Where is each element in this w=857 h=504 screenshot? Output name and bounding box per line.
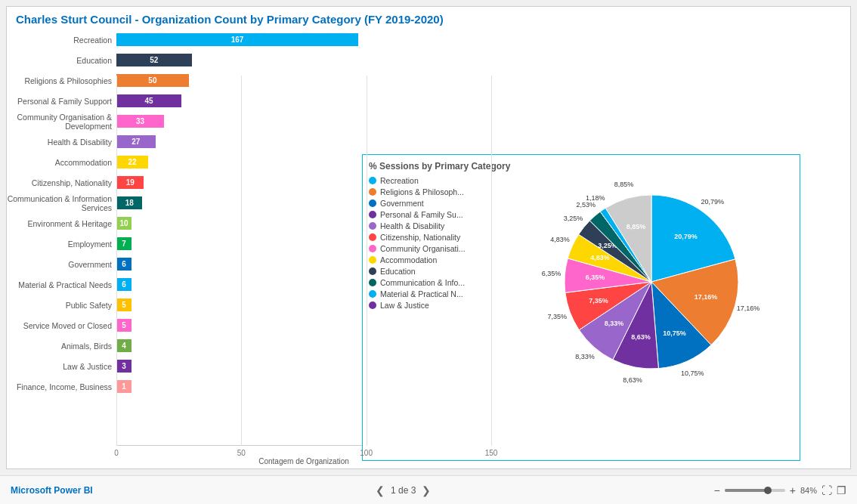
prev-page-button[interactable]: ❮ [376, 484, 385, 496]
bar-value-label: 7 [119, 240, 129, 248]
pie-legend-item[interactable]: Health & Disability [369, 221, 509, 230]
pie-svg: 20,79%17,16%10,75%8,63%8,33%7,35%6,35%4,… [534, 176, 769, 388]
bar-value-label: 18 [122, 199, 137, 207]
pie-legend-item[interactable]: Citizenship, Nationality [369, 233, 509, 242]
bar-fill[interactable]: 50 [116, 74, 189, 87]
bar-fill[interactable]: 6 [116, 278, 131, 291]
pie-legend-label: Religions & Philosoph... [380, 187, 464, 196]
pie-legend-item[interactable]: Communication & Info... [369, 278, 509, 287]
pie-legend-item[interactable]: Community Organisati... [369, 244, 509, 253]
bar-value-label: 19 [123, 178, 138, 187]
pie-legend-item[interactable]: Government [369, 199, 509, 208]
bar-label: Education [7, 56, 116, 65]
x-tick-label: 100 [360, 449, 373, 457]
bar-row: Citizenship, Nationality19 [7, 172, 362, 193]
bar-value-label: 10 [116, 219, 131, 227]
bar-fill[interactable]: 6 [116, 258, 131, 271]
pie-outer-label: 20,79% [701, 198, 724, 206]
pie-slice-label: 6,35% [585, 274, 605, 281]
bar-value-label: 4 [119, 342, 129, 350]
bar-fill[interactable]: 33 [116, 115, 164, 128]
zoom-percent: 84% [800, 486, 817, 495]
pie-legend-item[interactable]: Accommodation [369, 255, 509, 264]
bar-label: Animals, Birds [7, 342, 116, 351]
bar-fill[interactable]: 5 [116, 319, 131, 332]
main-chart-panel: Charles Sturt Council - Organization Cou… [6, 6, 851, 469]
brand-label[interactable]: Microsoft Power BI [11, 485, 93, 496]
zoom-out-button[interactable]: − [714, 484, 720, 496]
bar-row: Communication & Information Services18 [7, 193, 362, 213]
pie-legend-label: Health & Disability [380, 221, 444, 230]
fullscreen-icon[interactable]: ❐ [837, 484, 846, 496]
pie-legend-label: Personal & Family Su... [380, 210, 463, 219]
bar-value-label: 27 [128, 138, 143, 146]
bar-label: Public Safety [7, 301, 116, 310]
pie-legend-label: Law & Justice [380, 301, 429, 310]
bar-fill[interactable]: 52 [116, 54, 192, 66]
pie-legend-item[interactable]: Material & Practical N... [369, 289, 509, 298]
pie-legend-item[interactable]: Recreation [369, 176, 509, 185]
x-tick-label: 150 [485, 449, 498, 457]
pie-legend-dot [369, 279, 376, 286]
bar-fill[interactable]: 167 [116, 33, 358, 46]
pie-legend: RecreationReligions & Philosoph...Govern… [369, 176, 509, 388]
pie-legend-label: Material & Practical N... [380, 289, 463, 298]
pie-legend-dot [369, 177, 376, 184]
bar-row: Law & Justice3 [7, 356, 362, 376]
x-axis-label: Contagem de Organization [116, 457, 491, 465]
bar-label: Religions & Philosophies [7, 76, 116, 85]
bar-fill[interactable]: 10 [116, 217, 131, 230]
bar-label: Employment [7, 240, 116, 249]
bar-fill[interactable]: 1 [116, 380, 131, 393]
pie-slice-label: 7,35% [589, 297, 608, 305]
zoom-handle[interactable] [764, 487, 772, 494]
pie-legend-dot [369, 222, 376, 230]
expand-icon[interactable]: ⛶ [821, 484, 832, 496]
pie-slice-label: 4,83% [590, 254, 610, 261]
pie-legend-dot [369, 245, 376, 252]
bar-value-label: 3 [119, 362, 129, 370]
bar-fill[interactable]: 5 [116, 298, 131, 311]
bar-fill[interactable]: 22 [116, 156, 148, 169]
pie-chart-overlay: % Sessions by Primary Category Recreatio… [362, 154, 800, 461]
pie-legend-dot [369, 301, 376, 309]
bar-value-label: 167 [228, 36, 247, 44]
pie-legend-item[interactable]: Personal & Family Su... [369, 210, 509, 219]
bar-value-label: 33 [133, 117, 147, 125]
pie-slice-label: 10,75% [663, 329, 686, 337]
bar-row: Government6 [7, 254, 362, 274]
zoom-fill [725, 489, 767, 492]
pie-svg-area: 20,79%17,16%10,75%8,63%8,33%7,35%6,35%4,… [509, 176, 794, 388]
bar-fill[interactable]: 45 [116, 94, 181, 107]
bar-row: Religions & Philosophies50 [7, 70, 362, 91]
pie-slice-label: 17,16% [694, 293, 717, 301]
pie-slice-label: 20,79% [674, 233, 698, 240]
zoom-in-button[interactable]: + [790, 484, 796, 496]
bar-row: Public Safety5 [7, 295, 362, 315]
bar-row: Community Organisation & Development33 [7, 111, 362, 131]
bar-fill[interactable]: 27 [116, 135, 156, 148]
bar-fill[interactable]: 4 [116, 339, 131, 352]
bar-fill[interactable]: 7 [116, 237, 131, 250]
pie-outer-label: 4,83% [550, 236, 570, 243]
bar-row: Finance, Income, Business1 [7, 376, 362, 397]
bar-value-label: 22 [125, 158, 140, 166]
bar-fill[interactable]: 18 [116, 196, 142, 209]
bar-fill[interactable]: 3 [116, 360, 131, 373]
bar-row: Service Moved or Closed5 [7, 315, 362, 335]
pie-outer-label: 2,53% [576, 201, 596, 209]
zoom-track[interactable] [725, 489, 785, 492]
pie-legend-label: Government [380, 199, 424, 208]
pie-legend-item[interactable]: Law & Justice [369, 301, 509, 310]
bar-fill[interactable]: 19 [116, 176, 144, 189]
bar-value-label: 1 [119, 382, 129, 391]
pie-legend-item[interactable]: Religions & Philosoph... [369, 187, 509, 196]
page-indicator: 1 de 3 [391, 485, 416, 496]
next-page-button[interactable]: ❯ [422, 484, 431, 496]
x-tick-label: 50 [237, 449, 246, 457]
bar-row: Environment & Heritage10 [7, 213, 362, 233]
bar-row: Education52 [7, 50, 362, 70]
pie-slice-label: 8,85% [626, 223, 645, 230]
pie-outer-label: 3,25% [563, 215, 583, 222]
pie-legend-item[interactable]: Education [369, 267, 509, 276]
